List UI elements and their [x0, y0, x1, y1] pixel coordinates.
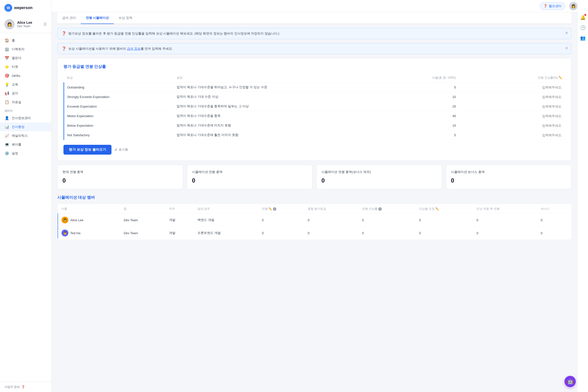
rating-table-header: 등급 설명 비율(총 합: 100%) 연봉 인상률(%) ✏️: [64, 74, 566, 82]
sidebar-item-home[interactable]: 🏠 홈: [0, 36, 51, 45]
footer-label: 사업자 정보: [4, 385, 20, 389]
sidebar-item-label: 홈: [12, 38, 15, 43]
help-center-button[interactable]: ❓ 헬프센터: [540, 2, 565, 10]
grade-cell: Exceeds Expectation: [64, 102, 174, 111]
increase-input[interactable]: [459, 111, 565, 121]
sidebar-item-label: 공지: [12, 91, 18, 96]
increase-field[interactable]: [462, 133, 562, 137]
salary-info-icon[interactable]: i: [273, 207, 276, 211]
sidebar-item-label: 페이롤: [12, 142, 21, 147]
rating-section: 평가 등급별 연봉 인상률 등급 설명 비율(총 합: 100%) 연봉 인상률…: [57, 58, 571, 161]
notice-icon-2: ❓: [62, 46, 66, 51]
sidebar-item-hr-info[interactable]: 👤 인사정보관리: [0, 114, 51, 122]
sidebar-item-calendar[interactable]: 📅 캘린더: [0, 54, 51, 62]
clock-icon[interactable]: 🕐: [580, 25, 586, 30]
tab-salary-management[interactable]: 급여 관리: [57, 12, 81, 24]
help-icon: ❓: [544, 4, 547, 8]
sidebar-item-ticket[interactable]: ⭐ 티켓: [0, 62, 51, 71]
sidebar-item-label: 인사행정: [12, 125, 24, 129]
increase-input[interactable]: [459, 130, 565, 140]
sidebar-item-education[interactable]: 💡 교육: [0, 80, 51, 89]
table-row: 👩 Alice Lee Dev Team 개발 백엔드 개발 0 0 0 0 0…: [58, 214, 571, 226]
member-table-body: 👩 Alice Lee Dev Team 개발 백엔드 개발 0 0 0 0 0…: [58, 214, 571, 240]
summary-grid: 현재 연봉 총액 0 시뮬레이션 연봉 총액 0 시뮬레이션 연봉 총액(보너스…: [57, 165, 571, 189]
sidebar: W weperson 👩 Alice Lee Dev Team ☰ 🏠 홈 🏢 …: [0, 0, 52, 392]
member-section: 시뮬레이션 대상 멤버 이름 팀 직무 담당 업무 연봉 ✏️ i 종합 평가등…: [57, 195, 571, 240]
increase-field[interactable]: [462, 95, 562, 99]
increase-field[interactable]: [462, 104, 562, 108]
people-icon[interactable]: 👥: [580, 35, 586, 41]
ratio-cell: 5: [392, 130, 459, 140]
table-row: Not Satisfactory 업적이 목표나 기대수준에 훨씬 미치지 못함…: [64, 130, 566, 140]
member-increase-cell: 0: [359, 214, 416, 226]
member-name: Alice Lee: [70, 218, 83, 222]
main-wrap: ❓ 헬프센터 👩 ▾ 급여 관리 연봉 시뮬레이션 보상 정책 ❓ 평가보상 정…: [52, 0, 588, 392]
chatbot-button[interactable]: 🤖: [564, 376, 576, 387]
sidebar-user: 👩 Alice Lee Dev Team ☰: [0, 16, 51, 33]
notice-text-1: 평가보상 정보를 불러온 후 평가 등급별 연봉 인상률을 입력해 보상 시뮬레…: [68, 31, 567, 36]
sidebar-item-announcement[interactable]: 📢 공지: [0, 89, 51, 98]
grade-cell: Strongly Exceeds Expectation: [64, 92, 174, 102]
admin-section-label: 관리자: [0, 106, 51, 114]
increase-field[interactable]: [462, 86, 562, 89]
notice-bar-2: ❓ 보상 시뮬레이션을 사용하기 위해 멤버의 급여 정보를 먼저 입력해 주세…: [57, 43, 571, 54]
notification-icon[interactable]: 🔔: [580, 15, 586, 20]
col-ratio: 비율(총 합: 100%): [392, 74, 459, 82]
tab-salary-simulation[interactable]: 연봉 시뮬레이션: [81, 12, 114, 24]
summary-value: 0: [451, 177, 566, 184]
col-increase: 연봉 인상률(%) ✏️: [459, 74, 565, 82]
member-task-cell: 백엔드 개발: [194, 214, 258, 226]
logo-icon: W: [4, 4, 12, 12]
col-grade: 등급: [64, 74, 174, 82]
member-avatar: 👩: [62, 216, 68, 224]
increase-input[interactable]: [459, 82, 565, 92]
salary-info-link[interactable]: 급여 정보: [127, 47, 141, 50]
menu-icon[interactable]: ☰: [43, 22, 47, 27]
brand-name: weperson: [14, 6, 32, 10]
col-description: 설명: [174, 74, 392, 82]
increase-field[interactable]: [462, 114, 562, 118]
sidebar-item-hr-admin[interactable]: 📊 인사행정: [0, 122, 51, 131]
increase-field[interactable]: [462, 124, 562, 128]
pencil-icon: ✏️: [558, 76, 562, 80]
sidebar-item-directory[interactable]: 🏢 디렉토리: [0, 45, 51, 54]
increase-input[interactable]: [459, 92, 565, 102]
analytics-icon: 📈: [4, 134, 9, 138]
notice-text-2: 보상 시뮬레이션을 사용하기 위해 멤버의 급여 정보를 먼저 입력해 주세요.: [68, 46, 567, 51]
directory-icon: 🏢: [4, 47, 9, 52]
settings-icon: ⚙️: [4, 151, 9, 156]
summary-card-sim-no-bonus: 시뮬레이션 연봉 총액(보너스 제외) 0: [316, 165, 442, 189]
sidebar-item-label: OKRs: [12, 74, 20, 78]
member-team-cell: Dev Team: [120, 214, 166, 226]
increase-info-icon[interactable]: i: [378, 207, 382, 211]
ratio-cell: 5: [392, 82, 459, 92]
notice-close-2[interactable]: ✕: [565, 46, 568, 50]
reset-button[interactable]: ↺ 초기화: [114, 148, 128, 152]
increase-input[interactable]: [459, 102, 565, 111]
description-cell: 업적이 목표나 기대 수준 이상: [174, 92, 392, 102]
home-icon: 🏠: [4, 38, 9, 43]
table-row: Strongly Exceeds Expectation 업적이 목표나 기대 …: [64, 92, 566, 102]
load-reward-info-button[interactable]: 평가 보상 정보 불러오기: [64, 145, 112, 154]
tabs-bar: 급여 관리 연봉 시뮬레이션 보상 정책: [57, 12, 571, 24]
member-grade-cell: 0: [304, 226, 359, 240]
rating-section-title: 평가 등급별 연봉 인상률: [64, 64, 565, 69]
col-name: 이름: [58, 204, 120, 214]
sidebar-item-analytics[interactable]: 📈 애널리틱스: [0, 131, 51, 140]
topbar-avatar[interactable]: 👩: [569, 2, 578, 10]
member-adjust-cell: 0: [416, 214, 473, 226]
summary-value: 0: [192, 177, 308, 184]
tab-reward-policy[interactable]: 보상 정책: [114, 12, 137, 24]
member-name: Ted Ha: [70, 231, 80, 235]
increase-input[interactable]: [459, 121, 565, 130]
member-after-cell: 0: [473, 214, 537, 226]
sidebar-item-payroll[interactable]: 💻 페이롤: [0, 140, 51, 149]
member-salary-cell: 0: [258, 226, 304, 240]
sidebar-item-archive[interactable]: 📋 자료실: [0, 98, 51, 106]
ratio-cell: 40: [392, 111, 459, 121]
sidebar-item-label: 자료실: [12, 100, 21, 104]
sidebar-footer[interactable]: 사업자 정보 ❓: [0, 382, 51, 392]
sidebar-item-settings[interactable]: ⚙️ 설정: [0, 149, 51, 158]
sidebar-item-okrs[interactable]: 🎯 OKRs: [0, 71, 51, 80]
notice-close-1[interactable]: ✕: [565, 30, 568, 35]
